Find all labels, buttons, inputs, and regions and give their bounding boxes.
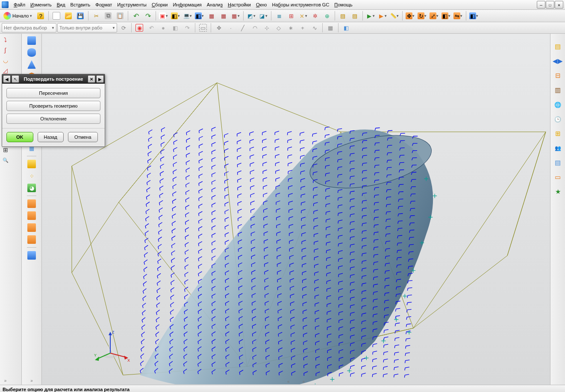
- triad-icon[interactable]: ✲: [309, 10, 321, 21]
- axis-icon[interactable]: ⊹: [261, 22, 272, 33]
- cube-yellow-icon[interactable]: ◧▼: [170, 10, 181, 21]
- assembly-icon[interactable]: ⊞: [553, 129, 563, 139]
- option-deviation[interactable]: Отклонение: [6, 114, 100, 124]
- menu-12[interactable]: Помощь: [332, 1, 355, 8]
- rotate-cube-icon[interactable]: ↻▼: [417, 10, 428, 21]
- ok-button[interactable]: OK: [6, 132, 33, 142]
- plane-icon[interactable]: ◇: [273, 22, 284, 33]
- tree-panel-icon[interactable]: ⊟: [553, 70, 563, 81]
- copy-icon[interactable]: ⧉: [103, 10, 114, 21]
- people-icon[interactable]: 👥: [553, 143, 563, 153]
- sheet-icon[interactable]: ▤: [553, 158, 563, 168]
- cube-sel-icon[interactable]: ◧: [170, 22, 181, 33]
- laptop-icon[interactable]: 💻▼: [182, 10, 193, 21]
- transform-cube-icon[interactable]: ◧▼: [441, 10, 452, 21]
- section-icon[interactable]: ◩▼: [246, 10, 257, 21]
- origin-icon[interactable]: ⊕: [321, 10, 333, 21]
- dialog-titlebar[interactable]: ◀ ↖ Подтвердить построение ✕ ▶: [2, 74, 105, 84]
- star-icon[interactable]: ★: [553, 187, 563, 197]
- arc-icon[interactable]: ◠: [249, 22, 260, 33]
- menu-9[interactable]: Настройки: [225, 1, 253, 8]
- orange-sheet-icon[interactable]: [26, 199, 37, 209]
- zoom-icon[interactable]: 🔍: [1, 156, 10, 164]
- globe-icon[interactable]: 🌐: [553, 99, 563, 110]
- cube-wire1-icon[interactable]: ▦: [206, 10, 217, 21]
- paste-icon[interactable]: 📋: [115, 10, 126, 21]
- refresh-icon[interactable]: ⟳: [118, 22, 129, 33]
- box-diag-icon[interactable]: ◿: [1, 66, 10, 75]
- orange-roll-icon[interactable]: [26, 222, 37, 233]
- menu-4[interactable]: Формат: [93, 1, 115, 8]
- plus-icon[interactable]: +: [297, 22, 308, 33]
- viewport-3d[interactable]: Z X Y «»: [42, 34, 550, 385]
- cube-blue-icon[interactable]: ◧▼: [194, 10, 205, 21]
- grid-icon[interactable]: ▦: [325, 22, 336, 33]
- filter-combo-2[interactable]: Только внутри рабо▼: [57, 23, 117, 32]
- menu-2[interactable]: Вид: [54, 1, 68, 8]
- cone-icon[interactable]: [26, 59, 37, 70]
- cylinder-icon[interactable]: [26, 47, 37, 58]
- dialog-prev-button[interactable]: ◀: [3, 75, 11, 83]
- curve-red2-icon[interactable]: ∫: [1, 46, 10, 54]
- menu-6[interactable]: Сборки: [149, 1, 170, 8]
- dialog-close-button[interactable]: ✕: [88, 75, 95, 83]
- block-blue-icon[interactable]: [26, 35, 37, 46]
- start-menu-button[interactable]: Начало ▼: [2, 12, 34, 20]
- layers-dot-icon[interactable]: ⊞: [285, 10, 297, 21]
- dialog-next-button[interactable]: ▶: [96, 75, 104, 83]
- menu-0[interactable]: Файл: [11, 1, 28, 8]
- arc-orange-icon[interactable]: ◡: [1, 56, 10, 64]
- library-icon[interactable]: ▥: [553, 85, 563, 95]
- cube-wire3-icon[interactable]: ▦▼: [230, 10, 241, 21]
- grid-view-icon[interactable]: ⊞: [1, 146, 10, 154]
- yellow-dots-icon[interactable]: ⁘: [26, 171, 37, 181]
- back-button[interactable]: Назад: [38, 132, 64, 142]
- marquee-icon[interactable]: ▭: [197, 22, 209, 33]
- open-file-icon[interactable]: 📂: [63, 10, 74, 21]
- move-cube-icon[interactable]: ✥▼: [405, 10, 416, 21]
- filter-combo-1[interactable]: Нет фильтра выбор▼: [2, 23, 56, 32]
- line-icon[interactable]: ╱: [237, 22, 248, 33]
- menu-7[interactable]: Информация: [170, 1, 204, 8]
- axes-icon[interactable]: ⤬▼: [297, 10, 309, 21]
- solid-small-icon[interactable]: ◧: [341, 22, 352, 33]
- snap-icon[interactable]: ∗: [285, 22, 296, 33]
- option-intersections[interactable]: Пересечения: [6, 88, 100, 98]
- menu-8[interactable]: Анализ: [204, 1, 225, 8]
- scale-cube-icon[interactable]: ⤢▼: [429, 10, 440, 21]
- checker1-icon[interactable]: ▨: [337, 10, 348, 21]
- orange-bend-icon[interactable]: [26, 211, 37, 221]
- flag-blue-icon[interactable]: ◀▶: [553, 56, 563, 66]
- close-button[interactable]: ✕: [555, 1, 563, 9]
- new-file-icon[interactable]: [51, 10, 62, 21]
- play-orange-icon[interactable]: ▶▼: [377, 10, 388, 21]
- point-icon[interactable]: ·: [225, 22, 236, 33]
- orange-flat-icon[interactable]: [26, 234, 37, 245]
- cube-wire2-icon[interactable]: ▦: [218, 10, 229, 21]
- green-cube-icon[interactable]: ◕: [26, 183, 37, 193]
- menu-5[interactable]: Инструменты: [115, 1, 149, 8]
- sphere-sel-icon[interactable]: ●: [158, 22, 169, 33]
- mirror-cube-icon[interactable]: ⇋▼: [453, 10, 464, 21]
- clock-icon[interactable]: 🕒: [553, 114, 563, 124]
- blue-cube-last-icon[interactable]: [26, 250, 37, 260]
- forward-sel-icon[interactable]: ↷: [182, 22, 193, 33]
- palette-icon[interactable]: ▤: [553, 41, 563, 52]
- move-icon[interactable]: ✥: [213, 22, 224, 33]
- ruler-icon[interactable]: 📏▼: [389, 10, 400, 21]
- redo-icon[interactable]: ↷: [142, 10, 153, 21]
- blue-solid-icon[interactable]: ◧▼: [468, 10, 480, 21]
- drawing-icon[interactable]: ▭: [553, 172, 563, 182]
- curve-sel-icon[interactable]: ∿: [309, 22, 320, 33]
- section2-icon[interactable]: ◪▼: [258, 10, 269, 21]
- undo-icon[interactable]: ↶: [130, 10, 141, 21]
- maximize-button[interactable]: ☐: [546, 1, 554, 9]
- menu-10[interactable]: Окно: [253, 1, 270, 8]
- selection-box-icon[interactable]: ▣▼: [158, 10, 169, 21]
- play-green-icon[interactable]: ▶▼: [365, 10, 376, 21]
- help-icon[interactable]: ?: [35, 10, 46, 21]
- menu-11[interactable]: Наборы инструментов GC: [269, 1, 332, 8]
- option-check-geometry[interactable]: Проверить геометрию: [6, 101, 100, 111]
- menu-3[interactable]: Вставить: [68, 1, 93, 8]
- stop-select-icon[interactable]: ◉: [134, 22, 145, 33]
